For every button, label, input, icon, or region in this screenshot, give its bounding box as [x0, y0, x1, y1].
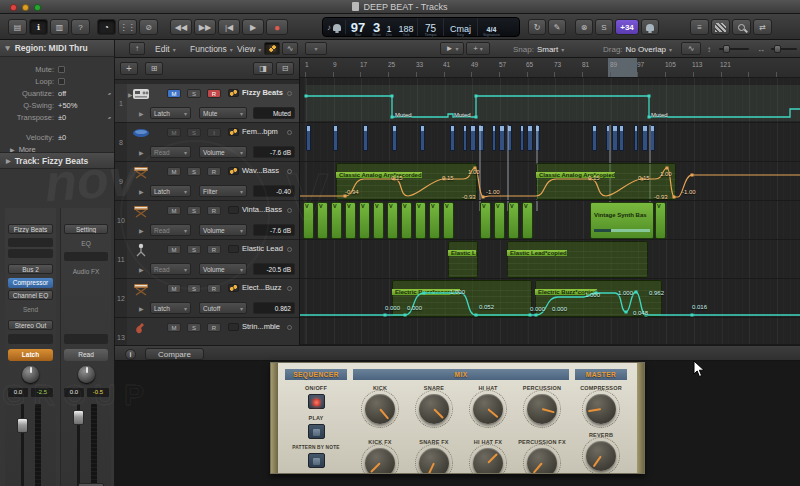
automation-mode-button[interactable]: Read — [64, 349, 108, 361]
loop-checkbox[interactable] — [58, 78, 65, 85]
list-editors-button[interactable]: ≡ — [690, 19, 709, 35]
mix-fx-knob[interactable]: SNARE FX — [407, 439, 461, 474]
midi-region-slice[interactable]: V — [331, 202, 342, 239]
volume-fader[interactable] — [73, 410, 84, 425]
automation-value[interactable]: Muted — [253, 107, 295, 119]
eq-thumbnail[interactable] — [8, 238, 53, 247]
lcd-tempo[interactable]: 75Tempo — [417, 18, 443, 36]
automation-value[interactable]: -7.6 dB — [253, 224, 295, 236]
audio-region-chop[interactable] — [363, 125, 368, 151]
lcd-position-beat[interactable]: 3Beat — [370, 18, 383, 36]
title-bar[interactable]: DEEP BEAT - Tracks — [0, 0, 800, 14]
master-knob[interactable]: REVERB — [573, 432, 629, 471]
track-inspector-header[interactable]: ▶Track: Fizzy Beats — [0, 152, 114, 169]
edit-menu[interactable]: Edit▾ — [155, 40, 176, 58]
automation-param-select[interactable]: Volume▾ — [199, 146, 247, 158]
automation-chip-icon[interactable] — [228, 89, 239, 97]
quick-help-button[interactable]: ? — [71, 19, 90, 35]
automation-chip-icon[interactable] — [228, 128, 239, 136]
forward-button[interactable]: ▶▶ — [194, 19, 216, 35]
solo-button[interactable]: S — [187, 128, 201, 137]
audio-region-chop[interactable] — [634, 125, 638, 151]
automation-chip-icon[interactable] — [228, 206, 239, 214]
region-param-quantize[interactable]: Quantize:off▴▾ — [0, 87, 114, 99]
midi-region-slice[interactable]: V — [317, 202, 328, 239]
insert-compressor-slot[interactable]: Compressor — [8, 278, 53, 288]
lcd-position-tick[interactable]: 188Tick — [395, 18, 417, 36]
varispeed-button[interactable]: +34 — [615, 19, 639, 35]
solo-button[interactable]: S — [187, 167, 201, 176]
mute-button[interactable]: M — [167, 167, 181, 176]
track-name[interactable]: Vinta...Bass — [242, 205, 282, 214]
mute-button[interactable]: M — [167, 206, 181, 215]
cutoff-automation-curve[interactable] — [300, 279, 800, 318]
automation-mode-select[interactable]: Read▾ — [150, 263, 191, 275]
scroll-to-selection-button[interactable]: ↑ — [129, 42, 145, 55]
close-window-button[interactable] — [10, 4, 17, 11]
output-group-slot[interactable] — [64, 334, 108, 344]
track-header-elastic-lead[interactable]: 11 M S R Elastic Lead ▶ Read▾ Volume▾ -2… — [115, 240, 300, 279]
track-name[interactable]: Elect...Buzz — [242, 283, 282, 292]
record-enable-button[interactable]: R — [207, 323, 221, 332]
region-param-transpose[interactable]: Transpose:±0▴▾ — [0, 111, 114, 123]
search-button[interactable] — [732, 19, 751, 35]
mix-fx-knob[interactable]: PERCUSSION FX — [515, 439, 569, 474]
automation-toggle-button[interactable] — [264, 42, 280, 55]
lane-disclosure-icon[interactable]: ▶ — [139, 266, 144, 273]
pan-value[interactable]: 0.0 — [64, 388, 84, 397]
track-name[interactable]: Wav...Bass — [242, 166, 279, 175]
region-param-qswing[interactable]: Q-Swing:+50% — [0, 99, 114, 111]
track-header-fizzy-beats[interactable]: 1 ▶ M S R Fizzy Beats ▶ Latch▾ Mute▾ Mut… — [115, 84, 300, 123]
automation-param-select[interactable]: Mute▾ — [199, 107, 247, 119]
plugin-info-button[interactable]: i — [125, 349, 136, 360]
audio-region-chop[interactable] — [619, 125, 624, 151]
audio-region-chop[interactable] — [306, 125, 311, 151]
vertical-zoom-slider[interactable] — [719, 48, 749, 50]
pan-value[interactable]: 0.0 — [8, 388, 28, 397]
lcd-signature[interactable]: 4/4Signature — [477, 18, 505, 36]
bar-ruler[interactable]: 191725334149576573818997105113121 — [300, 58, 800, 78]
audio-region-chop[interactable] — [470, 125, 476, 151]
automation-value[interactable]: -0.40 — [253, 185, 295, 197]
lcd-display[interactable]: ♪ 97Bar 3Beat 1Div 188Tick 75Tempo CmajK… — [322, 17, 520, 37]
pan-knob[interactable] — [78, 366, 95, 383]
mixer-button[interactable]: ⋮⋮ — [118, 19, 137, 35]
slider-handle[interactable] — [723, 45, 730, 53]
volume-value[interactable]: -0.5 — [87, 388, 109, 397]
region-param-mute[interactable]: Mute: — [0, 63, 114, 75]
input-monitor-button[interactable]: I — [207, 128, 221, 137]
master-knob[interactable]: COMPRESSOR — [573, 385, 629, 424]
setting-button[interactable]: Setting — [64, 224, 108, 234]
track-lane-wav-bass[interactable]: Classic Analog Arp*recordedClassic Analo… — [300, 162, 800, 201]
audio-region-chop[interactable] — [450, 125, 455, 151]
track-filter-button[interactable]: ▾ — [305, 42, 327, 55]
audio-region-chop[interactable] — [392, 125, 397, 151]
automation-param-select[interactable]: Volume▾ — [199, 224, 247, 236]
view-menu[interactable]: View▾ — [237, 40, 261, 58]
filter-automation-curve[interactable] — [300, 162, 800, 201]
devices-button[interactable]: ▤ — [8, 19, 27, 35]
track-name[interactable]: Fem...bpm — [242, 127, 278, 136]
automation-mode-select[interactable]: Read▾ — [150, 224, 191, 236]
audio-region-chop[interactable] — [463, 125, 467, 151]
automation-value[interactable]: 0.862 — [253, 302, 295, 314]
mute-off-button[interactable]: ⊗ — [575, 19, 593, 35]
no-tool-button[interactable]: ⊘ — [139, 19, 158, 35]
stepper-icon[interactable]: ▴▾ — [108, 91, 110, 96]
track-lane-fizzy-beats[interactable]: MutedMutedMuted — [300, 84, 800, 123]
track-header-fem-bpm[interactable]: 8 M S I Fem...bpm ▶ Read▾ Volume▾ -7.6 d… — [115, 123, 300, 162]
lcd-position-div[interactable]: 1Div — [383, 18, 395, 36]
midi-region-slice[interactable]: V — [359, 202, 370, 239]
midi-region-slice[interactable]: V — [655, 202, 666, 239]
lcd-position-bar[interactable]: 97Bar — [346, 18, 370, 36]
inspector-toggle-button[interactable]: ℹ — [29, 19, 48, 35]
solo-button[interactable]: S — [187, 206, 201, 215]
eq-slot[interactable] — [64, 252, 108, 261]
solo-button[interactable]: S — [187, 89, 201, 98]
pattern-by-note-button[interactable] — [308, 453, 325, 468]
mute-button[interactable]: M — [167, 245, 181, 254]
record-enable-button[interactable]: R — [207, 245, 221, 254]
record-enable-button[interactable]: R — [207, 167, 221, 176]
automation-chip-icon[interactable] — [228, 245, 239, 253]
lane-disclosure-icon[interactable]: ▶ — [139, 305, 144, 312]
